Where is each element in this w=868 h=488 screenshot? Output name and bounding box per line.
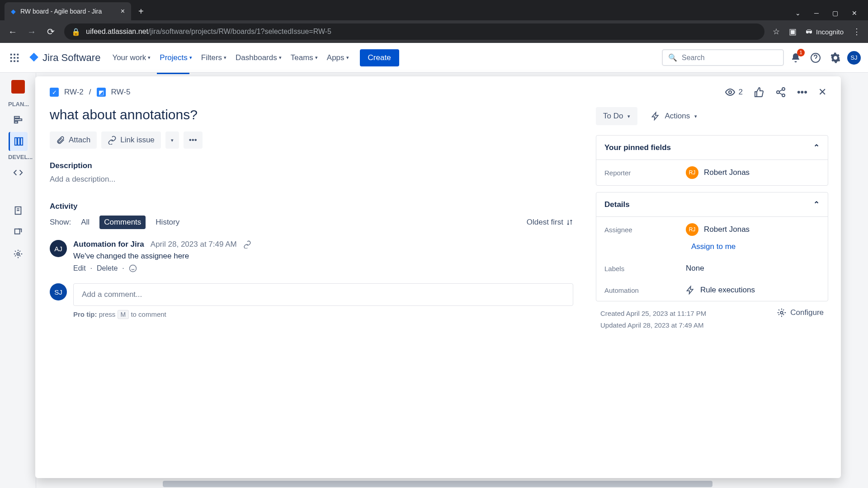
key-badge: M [118,310,129,319]
link-issue-dropdown[interactable]: ▾ [165,131,179,149]
jira-logo[interactable]: Jira Software [28,52,100,64]
pinned-fields-header[interactable]: Your pinned fields ⌃ [596,136,828,160]
sidebar-settings[interactable] [9,244,28,263]
settings-button[interactable] [827,50,844,66]
nav-filters[interactable]: Filters▾ [198,50,229,66]
sidebar-shortcut[interactable] [9,223,28,242]
tab-all[interactable]: All [76,216,94,229]
svg-rect-15 [21,138,23,145]
breadcrumb-parent[interactable]: RW-2 [64,88,84,97]
notif-badge: 1 [797,49,805,56]
minimize-icon[interactable]: ─ [814,9,819,17]
nav-dashboards[interactable]: Dashboards▾ [233,50,284,66]
updated-timestamp: Updated April 28, 2023 at 7:49 AM [600,319,706,331]
browser-toolbar: ← → ⟳ 🔒 uifeed.atlassian.net/jira/softwa… [0,20,868,43]
jira-favicon: ◆ [11,8,16,15]
svg-rect-6 [10,60,12,62]
new-tab-button[interactable]: + [131,2,151,20]
modal-details-panel: To Do ▾ Actions ▾ Your pinned fields ⌃ [588,103,841,478]
nav-projects[interactable]: Projects▾ [157,50,194,66]
sidebar-code[interactable] [9,163,28,182]
svg-rect-1 [14,53,15,55]
automation-value[interactable]: Rule executions [686,286,755,295]
breadcrumb-current[interactable]: RW-5 [111,88,131,97]
issue-title[interactable]: what about annotations? [50,107,573,122]
svg-rect-0 [10,53,12,55]
breadcrumb-separator: / [89,88,91,97]
watch-button[interactable]: 2 [725,87,742,98]
incognito-badge: 🕶 Incognito [806,28,844,36]
notifications-button[interactable]: 1 [788,50,804,66]
attach-button[interactable]: Attach [50,131,97,149]
more-content-button[interactable]: ••• [184,131,203,149]
app-switcher-icon[interactable] [7,51,22,65]
nav-apps[interactable]: Apps▾ [324,50,352,66]
url-bar[interactable]: 🔒 uifeed.atlassian.net/jira/software/pro… [64,23,764,40]
delete-comment-link[interactable]: Delete [97,264,118,272]
add-comment-input[interactable]: Add a comment... [73,283,573,306]
svg-rect-11 [14,119,22,121]
nav-teams[interactable]: Teams▾ [288,50,321,66]
assignee-label: Assignee [604,226,686,234]
assignee-value[interactable]: RJ Robert Jonas [686,223,750,236]
share-button[interactable] [775,87,786,98]
url-text: uifeed.atlassian.net/jira/software/proje… [86,28,331,36]
close-tab-icon[interactable]: × [121,7,125,15]
svg-rect-2 [17,53,19,55]
chevron-up-icon: ⌃ [813,200,820,209]
close-modal-button[interactable]: ✕ [818,86,826,98]
search-input[interactable]: 🔍 Search [662,49,784,66]
incognito-icon: 🕶 [806,28,812,36]
sidebar-board[interactable] [9,132,28,151]
add-reaction-button[interactable] [129,264,137,272]
like-button[interactable] [754,87,764,98]
kebab-menu-icon[interactable]: ⋮ [853,27,861,37]
edit-comment-link[interactable]: Edit [73,264,86,272]
sidebar-pages[interactable] [9,201,28,220]
project-icon[interactable] [11,80,25,94]
assign-to-me-link[interactable]: Assign to me [683,242,828,258]
svg-point-21 [729,91,731,94]
chevron-down-icon[interactable]: ⌄ [795,9,801,17]
link-issue-button[interactable]: Link issue [101,131,161,149]
labels-value[interactable]: None [686,264,704,273]
chevron-down-icon: ▾ [346,55,349,61]
help-button[interactable] [807,50,824,66]
profile-avatar[interactable]: SJ [847,51,861,65]
back-button[interactable]: ← [7,27,18,37]
status-dropdown[interactable]: To Do ▾ [596,107,637,125]
svg-point-27 [129,265,136,272]
comment-body: We've changed the assignee here [73,252,573,261]
permalink-icon[interactable] [243,240,251,249]
nav-your-work[interactable]: Your work▾ [109,50,153,66]
svg-rect-14 [18,138,20,145]
configure-button[interactable]: Configure [777,308,824,318]
tab-comments[interactable]: Comments [99,216,146,229]
maximize-icon[interactable]: ▢ [832,9,838,17]
create-button[interactable]: Create [360,49,399,66]
svg-rect-10 [14,117,19,118]
comment-item: AJ Automation for Jira April 28, 2023 at… [50,240,573,272]
task-icon: ✓ [50,88,59,97]
current-user-avatar: SJ [50,283,67,300]
reload-button[interactable]: ⟳ [45,26,56,37]
details-header[interactable]: Details ⌃ [596,192,828,217]
comment-avatar: AJ [50,240,67,257]
chevron-down-icon: ▾ [189,55,192,61]
automation-label: Automation [604,286,686,294]
chevron-down-icon: ▾ [148,55,151,61]
star-icon[interactable]: ☆ [773,27,780,37]
extensions-icon[interactable]: ▣ [789,27,797,37]
window-controls: ⌄ ─ ▢ ✕ [795,9,868,20]
actions-dropdown[interactable]: Actions ▾ [644,107,704,125]
browser-tab[interactable]: ◆ RW board - Agile board - Jira × [5,2,131,20]
close-window-icon[interactable]: ✕ [852,9,857,17]
sort-button[interactable]: Oldest first [527,218,573,227]
tab-history[interactable]: History [151,216,184,229]
comment-author[interactable]: Automation for Jira [73,240,144,249]
svg-rect-12 [14,122,17,123]
reporter-value[interactable]: RJ Robert Jonas [686,166,750,179]
sidebar-roadmap[interactable] [9,110,28,129]
more-actions-button[interactable]: ••• [797,86,807,98]
description-field[interactable]: Add a description... [50,175,573,184]
